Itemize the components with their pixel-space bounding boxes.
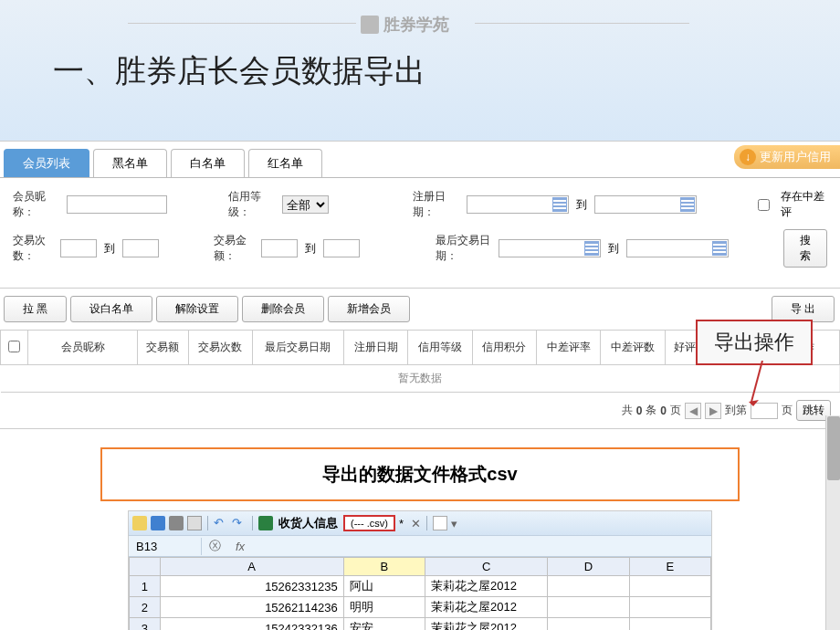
logo: 胜券学苑 <box>361 14 449 36</box>
arrow-icon <box>749 361 776 411</box>
redo-icon[interactable]: ↷ <box>232 516 247 530</box>
total-suffix: 页 <box>670 403 681 418</box>
open-icon[interactable] <box>132 516 147 530</box>
scrollbar[interactable] <box>825 415 840 630</box>
col-points: 信用积分 <box>472 331 536 365</box>
select-all-checkbox[interactable] <box>8 341 20 352</box>
to-label: 到 <box>608 241 619 257</box>
divider <box>475 23 689 24</box>
excel-grid[interactable]: A B C D E 115262331235阿山茉莉花之屋2012 215262… <box>129 557 711 630</box>
tab-bar: 会员列表 黑名单 白名单 红名单 ↓ 更新用户信用 <box>0 142 840 178</box>
col-header-b[interactable]: B <box>343 558 425 576</box>
svg-marker-1 <box>749 400 759 406</box>
trade-amount-to[interactable] <box>323 239 360 257</box>
csv-filename: (--- .csv) <box>343 515 395 531</box>
delete-button[interactable]: 删除会员 <box>242 296 324 322</box>
trade-count-from[interactable] <box>60 239 97 257</box>
update-credit-button[interactable]: ↓ 更新用户信用 <box>734 145 840 169</box>
nickname-input[interactable] <box>67 195 167 214</box>
whitelist-button[interactable]: 设白名单 <box>70 296 152 322</box>
content-area: 会员列表 黑名单 白名单 红名单 ↓ 更新用户信用 导出操作 会员昵称： 信用等… <box>0 142 840 630</box>
col-header-d[interactable]: D <box>548 558 629 576</box>
cancel-icon[interactable]: ⓧ <box>202 536 228 556</box>
total-mid: 条 <box>646 403 656 418</box>
save-icon[interactable] <box>151 516 165 530</box>
calendar-icon[interactable] <box>680 197 695 212</box>
col-header-a[interactable]: A <box>160 558 343 576</box>
trade-count-label: 交易次数： <box>13 233 53 264</box>
logo-icon <box>361 16 379 34</box>
excel-toolbar: ↶ ↷ 收货人信息 (--- .csv) * ✕ ▾ <box>129 511 711 536</box>
tab-blacklist[interactable]: 黑名单 <box>93 149 167 177</box>
tab-whitelist[interactable]: 白名单 <box>171 149 245 177</box>
calendar-icon[interactable] <box>552 197 567 212</box>
preview-icon[interactable] <box>187 516 202 530</box>
undo-icon[interactable]: ↶ <box>214 516 228 530</box>
pagination: 共 0 条 0 页 ◀ ▶ 到第 页 跳转 <box>0 393 840 429</box>
col-header-e[interactable]: E <box>629 558 710 576</box>
col-count: 交易次数 <box>188 331 252 365</box>
reset-button[interactable]: 解除设置 <box>156 296 238 322</box>
col-lastdate: 最后交易日期 <box>252 331 343 365</box>
update-credit-label: 更新用户信用 <box>760 149 831 165</box>
excel-preview: ↶ ↷ 收货人信息 (--- .csv) * ✕ ▾ B13 ⓧ fx A B … <box>128 510 712 630</box>
no-data: 暂无数据 <box>1 365 840 393</box>
col-credit: 信用等级 <box>408 331 472 365</box>
filter-panel: 会员昵称： 信用等级： 全部 注册日期： 到 存在中差评 交易次数： 到 交易金… <box>0 178 840 289</box>
col-regdate: 注册日期 <box>343 331 407 365</box>
page-title: 一、胜券店长会员数据导出 <box>53 50 425 92</box>
download-icon: ↓ <box>740 149 756 165</box>
tab-redlist[interactable]: 红名单 <box>248 149 322 177</box>
page-suffix: 页 <box>782 403 793 418</box>
export-button[interactable]: 导 出 <box>772 296 835 322</box>
calendar-icon[interactable] <box>712 241 727 256</box>
next-page-button[interactable]: ▶ <box>705 403 721 419</box>
credit-level-label: 信用等级： <box>228 189 275 220</box>
callout-export: 导出操作 <box>696 320 813 365</box>
search-button[interactable]: 搜索 <box>783 229 827 268</box>
exists-bad-checkbox[interactable] <box>758 199 770 211</box>
col-nickname: 会员昵称 <box>28 331 138 365</box>
to-label: 到 <box>305 241 316 257</box>
col-amount: 交易额 <box>138 331 189 365</box>
goto-label: 到第 <box>725 403 747 418</box>
to-label: 到 <box>104 241 115 257</box>
divider <box>128 23 356 24</box>
tab-members[interactable]: 会员列表 <box>4 149 89 177</box>
last-trade-label: 最后交易日期： <box>436 233 492 264</box>
nickname-label: 会员昵称： <box>13 189 59 220</box>
add-button[interactable]: 新增会员 <box>328 296 410 322</box>
scroll-thumb[interactable] <box>827 416 840 480</box>
trade-count-to[interactable] <box>122 239 159 257</box>
formula-bar: B13 ⓧ fx <box>129 536 711 557</box>
svg-line-0 <box>751 361 762 402</box>
new-icon[interactable] <box>433 516 447 530</box>
col-badcount: 中差评数 <box>601 331 665 365</box>
print-icon[interactable] <box>169 516 184 530</box>
cell-reference[interactable]: B13 <box>129 538 202 555</box>
page-count: 0 <box>660 404 667 417</box>
total-prefix: 共 <box>622 403 633 418</box>
calendar-icon[interactable] <box>584 241 599 256</box>
close-icon[interactable]: ✕ <box>411 517 421 530</box>
callout-csv: 导出的数据文件格式csv <box>100 447 740 501</box>
trade-amount-from[interactable] <box>261 239 298 257</box>
dropdown-icon[interactable]: ▾ <box>451 517 457 530</box>
logo-label: 胜券学苑 <box>383 14 449 36</box>
prev-page-button[interactable]: ◀ <box>685 403 701 419</box>
excel-icon <box>258 516 273 530</box>
app-header: 胜券学苑 一、胜券店长会员数据导出 <box>0 0 840 142</box>
col-badrate: 中差评率 <box>537 331 601 365</box>
fx-icon[interactable]: fx <box>228 538 252 555</box>
credit-level-select[interactable]: 全部 <box>282 195 329 214</box>
col-header-c[interactable]: C <box>425 558 548 576</box>
reg-date-label: 注册日期： <box>413 189 459 220</box>
to-label: 到 <box>576 197 587 213</box>
trade-amount-label: 交易金额： <box>214 233 254 264</box>
total-count: 0 <box>636 404 643 417</box>
blacklist-button[interactable]: 拉 黑 <box>4 296 67 322</box>
modified-icon: * <box>399 517 404 530</box>
exists-bad-label: 存在中差评 <box>781 189 827 220</box>
file-label: 收货人信息 <box>278 515 338 531</box>
